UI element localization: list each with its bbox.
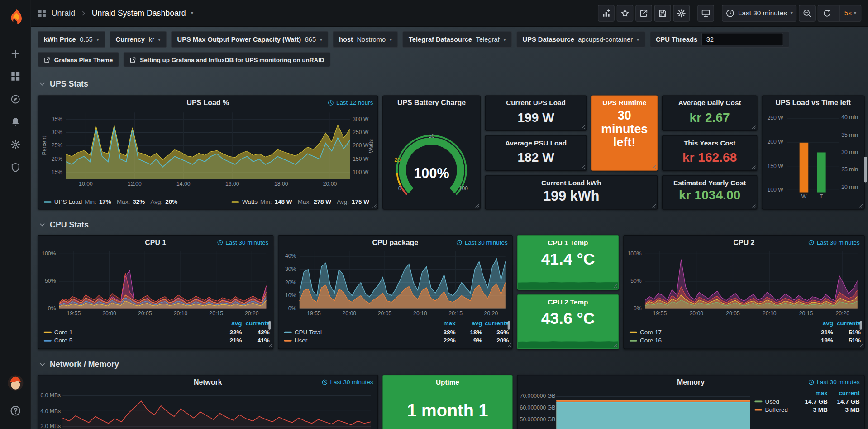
legend-series-color	[232, 201, 239, 203]
legend-column-header[interactable]: current	[830, 390, 860, 396]
chart-legend: avgcurrent▾Core 1721%51%Core 1619%51%	[630, 320, 861, 347]
dashboard-link[interactable]: Setting up Grafana and InfluxDB for UPS …	[124, 52, 331, 67]
dashboard-links: Grafana Plex ThemeSetting up Grafana and…	[38, 52, 330, 67]
panel-title[interactable]: Network	[194, 378, 222, 386]
dashboard-settings-button[interactable]	[673, 5, 690, 21]
sidebar-help-button[interactable]	[4, 400, 26, 421]
legend-item[interactable]: Core 5	[44, 337, 215, 344]
variable-control[interactable]: kWh Price0.65▾	[38, 31, 105, 48]
save-dashboard-button[interactable]	[654, 5, 671, 21]
variable-control[interactable]: UPS Datasourceapcupsd-container▾	[516, 31, 645, 48]
panel-title[interactable]: This Years Cost	[663, 139, 757, 147]
star-dashboard-button[interactable]	[617, 5, 634, 21]
section-ups-stats[interactable]: UPS Stats	[39, 79, 88, 88]
legend-column-header[interactable]: current▾	[835, 320, 861, 327]
panel-title[interactable]: CPU package	[372, 238, 419, 246]
legend-column-header[interactable]: avg	[808, 320, 833, 327]
panel-time-range[interactable]: Last 30 minutes	[808, 236, 859, 249]
variable-value[interactable]: Telegraf	[476, 35, 500, 43]
help-icon	[10, 405, 20, 416]
shield-icon	[10, 162, 20, 172]
panel-time-range[interactable]: Last 30 minutes	[322, 375, 373, 388]
x-axis-tick: 20:05	[132, 310, 158, 316]
panel-title[interactable]: Memory	[677, 378, 705, 386]
legend-column-header[interactable]: avg	[458, 320, 482, 327]
panel-title[interactable]: Current UPS Load	[486, 99, 587, 107]
sidebar-dashboards-button[interactable]	[4, 66, 26, 87]
legend-column-header[interactable]: max	[798, 390, 828, 396]
user-avatar[interactable]	[7, 375, 24, 394]
panel-time-range[interactable]: Last 30 minutes	[217, 236, 268, 249]
section-cpu-stats[interactable]: CPU Stats	[39, 220, 89, 229]
panel-time-range[interactable]: Last 12 hours	[328, 96, 373, 109]
dashboard-title[interactable]: Unraid System Dashboard	[92, 9, 186, 18]
legend-series-name[interactable]: Watts	[242, 198, 258, 205]
variable-control[interactable]: Telegraf DatasourceTelegraf▾	[402, 31, 512, 48]
panel-title[interactable]: CPU 1 Temp	[518, 239, 619, 246]
variable-control[interactable]: Currencykr▾	[110, 31, 167, 48]
legend-item[interactable]: User	[284, 337, 429, 344]
sidebar-create-button[interactable]	[4, 43, 26, 64]
variable-control[interactable]: UPS Max Output Power Capacity (Watt)865▾	[171, 31, 329, 48]
legend-item[interactable]: Core 17	[630, 329, 806, 336]
legend-scrollbar[interactable]	[508, 321, 510, 330]
legend-column-header[interactable]: current▾	[244, 320, 269, 327]
breadcrumb-app[interactable]: Unraid	[52, 9, 75, 18]
legend-item[interactable]: Core 1	[44, 329, 215, 336]
panel-average-daily-cost: Average Daily Cost kr 2.67	[662, 95, 757, 130]
panel-title[interactable]: UPS Load %	[186, 98, 229, 106]
grafana-logo[interactable]	[7, 5, 24, 27]
section-network-memory[interactable]: Network / Memory	[39, 360, 119, 369]
legend-item[interactable]: UPS LoadMin:17%Max:32%Avg:20%	[44, 198, 181, 205]
panel-title[interactable]: Average PSU Load	[486, 139, 587, 147]
zoom-out-button[interactable]	[799, 5, 816, 21]
panel-time-range[interactable]: Last 30 minutes	[456, 236, 507, 249]
panel-title[interactable]: UPS Runtime	[592, 99, 657, 107]
legend-scrollbar[interactable]	[860, 321, 862, 330]
panel-title[interactable]: Uptime	[383, 379, 512, 386]
variable-input[interactable]: 32	[701, 33, 783, 46]
sidebar-admin-button[interactable]	[4, 157, 26, 178]
caret-down-icon: ▾	[390, 37, 392, 42]
legend-column-header[interactable]: max	[431, 320, 456, 327]
panel-title[interactable]: UPS Battery Charge	[397, 98, 466, 106]
legend-item[interactable]: Buffered	[754, 406, 796, 413]
legend-column-header[interactable]: avg	[216, 320, 242, 327]
caret-down-icon[interactable]: ▾	[191, 10, 194, 15]
refresh-interval-dropdown[interactable]: 5s ▾	[839, 5, 861, 21]
page-scrollbar[interactable]	[864, 157, 867, 182]
variable-value[interactable]: Nostromo	[357, 35, 386, 43]
variable-value[interactable]: kr	[149, 35, 154, 43]
time-range-picker[interactable]: Last 30 minutes ▾	[722, 5, 797, 21]
legend-series-color	[284, 331, 292, 333]
refresh-button[interactable]	[818, 5, 836, 21]
variable-value[interactable]: apcupsd-container	[578, 35, 633, 43]
variable-value[interactable]: 865	[305, 35, 316, 43]
gauge-tick-label: 20	[394, 157, 401, 163]
legend-item[interactable]: Used	[754, 398, 796, 405]
legend-item[interactable]: WattsMin:148 WMax:278 WAvg:175 W	[232, 198, 372, 205]
legend-series-name[interactable]: UPS Load	[54, 198, 82, 205]
dashboard-link[interactable]: Grafana Plex Theme	[38, 52, 119, 67]
variable-value[interactable]: 0.65	[80, 35, 93, 43]
panel-title[interactable]: CPU 2	[734, 238, 755, 246]
variable-control[interactable]: CPU Threads32	[649, 31, 789, 48]
sidebar-alerting-button[interactable]	[4, 111, 26, 132]
variable-control[interactable]: hostNostromo▾	[333, 31, 398, 48]
legend-scrollbar[interactable]	[268, 321, 271, 330]
cycle-view-mode-button[interactable]	[698, 5, 715, 21]
panel-title[interactable]: CPU 1	[145, 238, 166, 246]
legend-item[interactable]: Core 16	[630, 337, 806, 344]
panel-title[interactable]: Estimated Yearly Cost	[663, 179, 757, 187]
panel-title[interactable]: UPS Load vs Time left	[776, 98, 851, 106]
panel-title[interactable]: CPU 2 Temp	[518, 298, 619, 306]
panel-time-range[interactable]: Last 30 minutes	[808, 375, 859, 388]
sidebar-configuration-button[interactable]	[4, 134, 26, 155]
legend-item[interactable]: CPU Total	[284, 329, 429, 336]
legend-column-header[interactable]: current▾	[484, 320, 509, 327]
panel-title[interactable]: Current Load kWh	[486, 179, 657, 187]
sidebar-explore-button[interactable]	[4, 89, 26, 110]
panel-title[interactable]: Average Daily Cost	[663, 99, 757, 107]
share-dashboard-button[interactable]	[636, 5, 653, 21]
add-panel-button[interactable]	[598, 5, 615, 21]
